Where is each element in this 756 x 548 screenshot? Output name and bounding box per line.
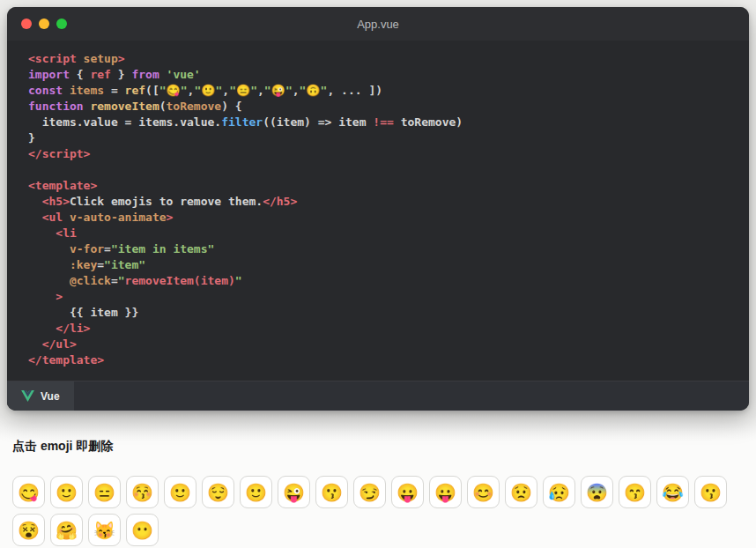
code-line: </template> [28, 352, 738, 368]
code-line: function removeItem(toRemove) { [28, 99, 738, 115]
code-line: > [28, 289, 738, 305]
emoji-button[interactable]: 😥 [543, 476, 575, 508]
emoji-button[interactable]: 😽 [88, 514, 121, 546]
emoji-button[interactable]: 😨 [581, 476, 613, 508]
code-line: <h5>Click emojis to remove them.</h5> [28, 194, 738, 210]
emoji-button[interactable]: 🙂 [50, 476, 83, 508]
code-line: items.value = items.value.filter((item) … [28, 115, 738, 130]
emoji-button[interactable]: 😚 [126, 476, 159, 508]
emoji-button[interactable]: 😂 [656, 476, 689, 508]
demo-heading: 点击 emoji 即删除 [12, 439, 745, 455]
emoji-button[interactable]: 😗 [694, 476, 727, 508]
vue-tab[interactable]: Vue [7, 381, 74, 411]
minimize-button[interactable] [39, 19, 49, 29]
emoji-button[interactable]: 😏 [353, 476, 386, 508]
emoji-button[interactable]: 😜 [278, 476, 310, 508]
emoji-button[interactable]: 😶 [126, 514, 159, 546]
code-line: <li [28, 226, 738, 241]
emoji-button[interactable]: 🙂 [240, 476, 272, 508]
code-line: const items = ref(["😋","🙂","😑","😜","🙃", … [28, 83, 738, 99]
emoji-button[interactable]: 🤗 [50, 514, 83, 546]
code-line: <script setup> [28, 51, 738, 67]
window-title: App.vue [7, 18, 749, 31]
close-button[interactable] [21, 19, 32, 29]
code-line [28, 162, 738, 178]
code-line: </ul> [28, 337, 738, 352]
code-line: import { ref } from 'vue' [28, 67, 738, 83]
window-titlebar: App.vue [7, 7, 749, 41]
vue-logo-icon [21, 390, 34, 402]
demo-area: 点击 emoji 即删除 😋🙂😑😚🙂😌🙂😜😗😏😛😛😊😟😥😨😙😂😗😵🤗😽😶 [0, 411, 756, 546]
emoji-button[interactable]: 😗 [315, 476, 348, 508]
vue-tab-label: Vue [41, 390, 60, 403]
traffic-lights [21, 7, 67, 41]
code-line: v-for="item in items" [28, 241, 738, 257]
code-line: :key="item" [28, 257, 738, 273]
emoji-row: 😵🤗😽😶 [12, 514, 745, 546]
code-line: <template> [28, 178, 738, 194]
code-content: <script setup>import { ref } from 'vue'c… [7, 41, 749, 381]
code-line: } [28, 130, 738, 146]
emoji-button[interactable]: 😙 [619, 476, 651, 508]
code-line: {{ item }} [28, 305, 738, 321]
code-line: </script> [28, 146, 738, 162]
emoji-button[interactable]: 😑 [88, 476, 121, 508]
code-line: <ul v-auto-animate> [28, 210, 738, 226]
emoji-button[interactable]: 😵 [12, 514, 45, 546]
emoji-button[interactable]: 😛 [391, 476, 424, 508]
emoji-button[interactable]: 😌 [202, 476, 234, 508]
code-editor-window: App.vue <script setup>import { ref } fro… [7, 7, 749, 411]
emoji-button[interactable]: 😛 [429, 476, 462, 508]
window-statusbar: Vue [7, 381, 749, 411]
emoji-button[interactable]: 😟 [505, 476, 537, 508]
emoji-button[interactable]: 🙂 [164, 476, 196, 508]
emoji-button[interactable]: 😊 [467, 476, 500, 508]
emoji-grid: 😋🙂😑😚🙂😌🙂😜😗😏😛😛😊😟😥😨😙😂😗😵🤗😽😶 [12, 476, 745, 546]
emoji-button[interactable]: 😋 [12, 476, 45, 508]
code-line: </li> [28, 321, 738, 337]
emoji-row: 😋🙂😑😚🙂😌🙂😜😗😏😛😛😊😟😥😨😙😂😗 [12, 476, 745, 508]
zoom-button[interactable] [56, 19, 67, 29]
code-line: @click="removeItem(item)" [28, 273, 738, 289]
